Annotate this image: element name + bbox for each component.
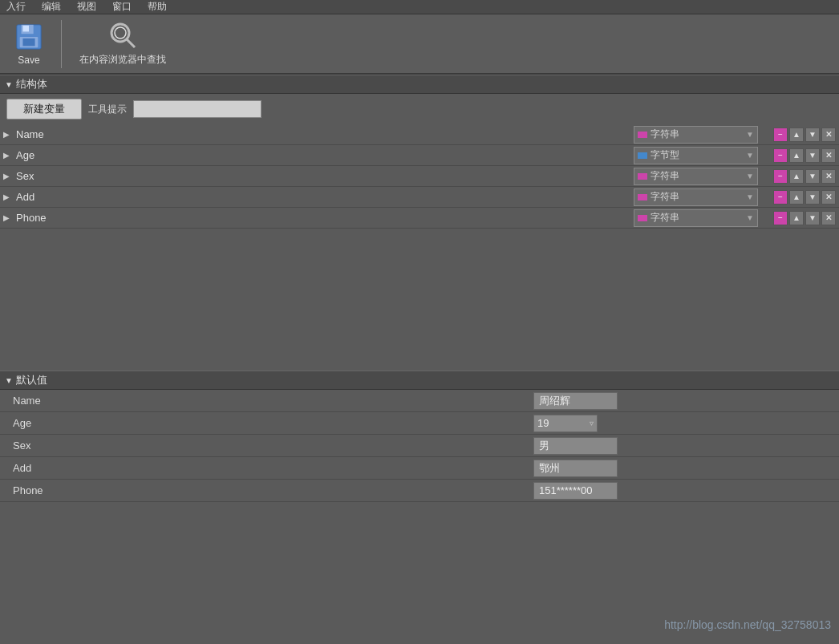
default-value-age: 19 ▿ <box>533 415 598 432</box>
type-text-age: 字节型 <box>651 148 746 162</box>
var-up-sex[interactable]: ▲ <box>789 169 804 184</box>
save-button[interactable]: Save <box>8 19 50 69</box>
var-type-age[interactable]: 字节型 ▼ <box>634 147 770 164</box>
var-down-add[interactable]: ▼ <box>805 190 820 205</box>
default-row-name: Name <box>0 390 839 412</box>
var-row-phone: ▶ Phone 字符串 ▼ − ▲ ▼ ✕ <box>0 208 839 229</box>
var-expand-phone[interactable]: ▶ <box>0 208 13 228</box>
type-dropdown-arrow-sex: ▼ <box>746 172 754 180</box>
var-name-age: Age <box>13 149 634 161</box>
menu-item-window[interactable]: 窗口 <box>109 0 135 14</box>
var-expand-name[interactable]: ▶ <box>0 124 13 144</box>
type-dropdown-arrow-age: ▼ <box>746 151 754 160</box>
type-dot-add <box>638 194 647 200</box>
var-up-name[interactable]: ▲ <box>789 128 804 142</box>
var-type-add[interactable]: 字符串 ▼ <box>634 188 770 206</box>
type-dropdown-arrow-add: ▼ <box>746 192 754 201</box>
default-value-name <box>533 392 618 410</box>
menu-item-entry[interactable]: 入行 <box>3 0 29 14</box>
var-name-phone: Phone <box>13 212 634 224</box>
var-up-add[interactable]: ▲ <box>789 190 804 205</box>
struct-toolbar: 新建变量 工具提示 <box>0 94 839 124</box>
var-name-sex: Sex <box>13 170 634 182</box>
var-actions-name: − ▲ ▼ ✕ <box>770 128 839 142</box>
new-variable-button[interactable]: 新建变量 <box>6 99 82 119</box>
default-label-sex: Sex <box>0 439 533 452</box>
default-input-name[interactable] <box>533 392 618 410</box>
var-row-add: ▶ Add 字符串 ▼ − ▲ ▼ ✕ <box>0 187 839 208</box>
default-value-sex <box>533 437 618 455</box>
type-dot-name <box>638 132 647 138</box>
var-expand-add[interactable]: ▶ <box>0 187 13 207</box>
svg-rect-4 <box>22 38 34 45</box>
var-down-name[interactable]: ▼ <box>805 128 820 142</box>
var-minus-phone[interactable]: − <box>773 211 788 225</box>
var-expand-sex[interactable]: ▶ <box>0 166 13 186</box>
var-minus-age[interactable]: − <box>773 148 788 163</box>
struct-section-header[interactable]: ▼ 结构体 <box>0 75 839 94</box>
var-type-select-sex[interactable]: 字符串 ▼ <box>634 168 758 185</box>
var-down-age[interactable]: ▼ <box>805 148 820 163</box>
var-delete-age[interactable]: ✕ <box>821 148 836 163</box>
var-up-phone[interactable]: ▲ <box>789 211 804 225</box>
struct-collapse-arrow: ▼ <box>5 80 13 89</box>
type-dropdown-arrow-name: ▼ <box>746 130 754 139</box>
default-input-sex[interactable] <box>533 437 618 455</box>
menu-item-help[interactable]: 帮助 <box>144 0 170 14</box>
var-delete-sex[interactable]: ✕ <box>821 169 836 184</box>
var-type-select-age[interactable]: 字节型 ▼ <box>634 147 758 164</box>
var-type-phone[interactable]: 字符串 ▼ <box>634 209 770 227</box>
type-text-phone: 字符串 <box>651 211 746 225</box>
default-row-sex: Sex <box>0 435 839 457</box>
menu-bar: 入行 编辑 视图 窗口 帮助 <box>0 0 839 14</box>
var-delete-name[interactable]: ✕ <box>821 128 836 142</box>
type-text-add: 字符串 <box>651 190 746 204</box>
var-name-add: Add <box>13 191 634 203</box>
var-type-select-phone[interactable]: 字符串 ▼ <box>634 209 758 227</box>
menu-item-view[interactable]: 视图 <box>74 0 99 14</box>
default-value-add <box>533 460 618 477</box>
default-input-phone[interactable] <box>533 482 618 500</box>
tool-hint-input[interactable] <box>133 100 261 118</box>
var-up-age[interactable]: ▲ <box>789 148 804 163</box>
browse-icon <box>108 21 137 50</box>
toolbar-divider <box>61 20 62 68</box>
default-input-add[interactable] <box>533 460 618 477</box>
default-section-title: 默认值 <box>16 373 47 387</box>
var-minus-add[interactable]: − <box>773 190 788 205</box>
var-name-name: Name <box>13 128 634 140</box>
svg-line-6 <box>127 39 135 47</box>
default-spinbox-age[interactable]: 19 ▿ <box>533 415 598 432</box>
type-text-sex: 字符串 <box>651 169 746 183</box>
var-actions-add: − ▲ ▼ ✕ <box>770 190 839 205</box>
var-row-name: ▶ Name 字符串 ▼ − ▲ ▼ ✕ <box>0 124 839 145</box>
var-expand-age[interactable]: ▶ <box>0 145 13 165</box>
save-icon <box>14 22 43 51</box>
var-down-phone[interactable]: ▼ <box>805 211 820 225</box>
browse-button[interactable]: 在内容浏览器中查找 <box>73 18 172 70</box>
default-value-phone <box>533 482 618 500</box>
default-section-header[interactable]: ▼ 默认值 <box>0 371 839 390</box>
var-row-sex: ▶ Sex 字符串 ▼ − ▲ ▼ ✕ <box>0 166 839 187</box>
type-dot-sex <box>638 173 647 180</box>
var-delete-phone[interactable]: ✕ <box>821 211 836 225</box>
spin-value-age: 19 <box>537 417 549 429</box>
var-minus-sex[interactable]: − <box>773 169 788 184</box>
var-delete-add[interactable]: ✕ <box>821 190 836 205</box>
var-row-age: ▶ Age 字节型 ▼ − ▲ ▼ ✕ <box>0 145 839 166</box>
default-label-add: Add <box>0 462 533 474</box>
var-type-select-add[interactable]: 字符串 ▼ <box>634 188 758 206</box>
main-content: ▼ 结构体 新建变量 工具提示 ▶ Name 字符串 ▼ − ▲ ▼ <box>0 75 839 644</box>
menu-item-edit[interactable]: 编辑 <box>39 0 64 14</box>
default-label-age: Age <box>0 417 533 429</box>
var-type-name[interactable]: 字符串 ▼ <box>634 126 770 144</box>
var-actions-age: − ▲ ▼ ✕ <box>770 148 839 163</box>
var-type-sex[interactable]: 字符串 ▼ <box>634 168 770 185</box>
var-type-select-name[interactable]: 字符串 ▼ <box>634 126 758 144</box>
type-dot-phone <box>638 215 647 221</box>
var-down-sex[interactable]: ▼ <box>805 169 820 184</box>
svg-point-7 <box>115 27 126 38</box>
var-minus-name[interactable]: − <box>773 128 788 142</box>
var-actions-sex: − ▲ ▼ ✕ <box>770 169 839 184</box>
spin-arrow-age[interactable]: ▿ <box>590 419 594 427</box>
